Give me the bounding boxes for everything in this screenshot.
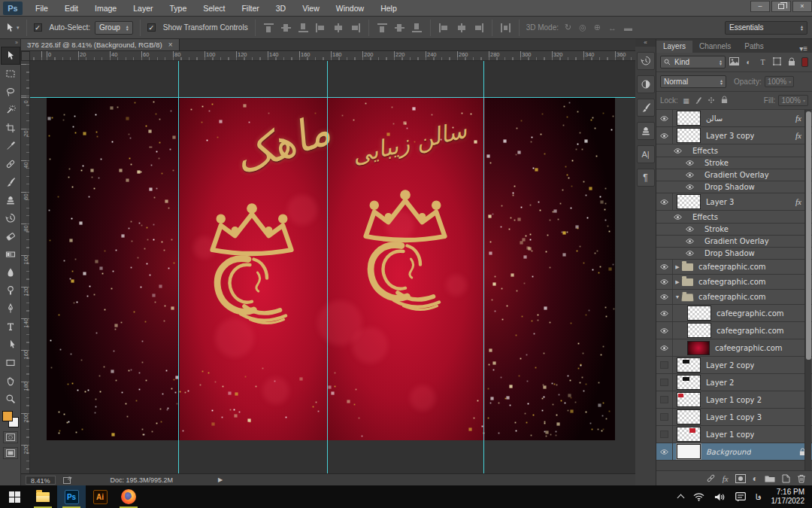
filter-pixel-layers-icon[interactable] [729, 57, 740, 67]
threed-orbit-icon[interactable]: ↻ [565, 23, 571, 32]
close-tab-icon[interactable]: × [168, 41, 173, 49]
layer-thumbnail[interactable] [687, 306, 711, 321]
magic-wand-tool[interactable] [1, 101, 20, 119]
adjustments-panel-icon[interactable] [637, 75, 655, 93]
character-panel-icon[interactable]: A| [637, 145, 655, 163]
scrollbar-thumb[interactable] [806, 111, 811, 360]
effect-visibility-toggle[interactable] [673, 214, 683, 221]
distribute-spacing-button[interactable] [499, 23, 512, 33]
distribute-top-edges-button[interactable] [376, 23, 389, 33]
distribute-bottom-edges-button[interactable] [411, 23, 423, 33]
menu-image[interactable]: Image [86, 0, 125, 17]
layer-thumbnail[interactable] [677, 111, 701, 126]
delete-layer-button[interactable] [797, 474, 806, 483]
wifi-icon[interactable] [693, 492, 704, 501]
visibility-toggle[interactable] [656, 290, 673, 304]
notifications-icon[interactable] [735, 492, 746, 502]
menu-3d[interactable]: 3D [268, 0, 294, 17]
effect-visibility-toggle[interactable] [685, 238, 695, 245]
layer-thumbnail[interactable] [687, 341, 710, 355]
menu-file[interactable]: File [27, 0, 56, 17]
taskbar-clock[interactable]: 7:16 PM 1/17/2022 [771, 488, 805, 506]
filter-smart-objects-icon[interactable] [786, 57, 797, 68]
language-indicator[interactable]: فا [756, 493, 762, 501]
align-horizontal-centers-button[interactable] [332, 23, 344, 33]
layers-scrollbar[interactable] [804, 110, 811, 470]
canvas-viewport[interactable]: ماهک سالن زیبایی [30, 61, 635, 473]
new-group-button[interactable] [765, 474, 775, 482]
threed-slide-icon[interactable]: ↔ [608, 23, 617, 32]
close-button[interactable]: × [792, 1, 812, 12]
add-layer-mask-button[interactable] [735, 474, 746, 483]
layer-row[interactable]: Layer 1 copy 2 [656, 391, 812, 409]
layer-thumbnail[interactable] [677, 375, 701, 390]
volume-icon[interactable] [714, 492, 726, 502]
align-right-edges-button[interactable] [349, 23, 362, 33]
lock-position-icon[interactable] [707, 96, 717, 105]
firefox-taskbar-button[interactable] [114, 485, 143, 508]
link-layers-button[interactable] [706, 473, 716, 483]
history-brush-tool[interactable] [1, 209, 20, 227]
status-options-arrow[interactable]: ▶ [218, 476, 223, 483]
menu-filter[interactable]: Filter [233, 0, 267, 17]
hand-tool[interactable] [1, 372, 20, 390]
clone-source-panel-icon[interactable] [637, 122, 655, 140]
expand-group-icon[interactable]: ▶ [673, 279, 682, 285]
filter-shape-layers-icon[interactable] [771, 57, 783, 67]
menu-layer[interactable]: Layer [125, 0, 161, 17]
layer-row[interactable]: Layer 2 copy [656, 357, 812, 374]
adjustment-layer-button[interactable]: ◐ [753, 473, 758, 484]
layer-effect-row[interactable]: Stroke [656, 157, 812, 169]
layer-row[interactable]: Layer 2 [656, 374, 812, 391]
layer-row[interactable]: cafeegraphic.com [656, 305, 812, 322]
threed-pan-icon[interactable]: ⊕ [594, 23, 601, 32]
menu-edit[interactable]: Edit [56, 0, 86, 17]
tab-channels[interactable]: Channels [692, 41, 738, 53]
menu-select[interactable]: Select [195, 0, 233, 17]
align-top-edges-button[interactable] [262, 23, 275, 33]
layer-effect-row[interactable]: Gradient Overlay [656, 169, 812, 181]
layer-effect-row[interactable]: Drop Shadow [656, 181, 812, 193]
blend-mode-dropdown[interactable]: Normal ▴▾ [660, 75, 726, 88]
layer-group-row[interactable]: ▶cafeegraphic.com [656, 275, 812, 290]
photoshop-taskbar-button[interactable]: Ps [57, 485, 86, 508]
layer-thumbnail[interactable] [687, 323, 711, 338]
collapse-tools-icon[interactable]: » [0, 39, 20, 47]
layer-effect-row[interactable]: Stroke [656, 224, 812, 236]
auto-select-checkbox[interactable]: ✓ [34, 23, 42, 32]
lock-transparency-icon[interactable]: ▦ [681, 97, 691, 105]
align-vertical-centers-button[interactable] [280, 23, 292, 33]
lock-all-icon[interactable] [720, 96, 729, 105]
screen-mode-button[interactable] [3, 447, 18, 459]
align-bottom-edges-button[interactable] [297, 23, 310, 33]
document-tab[interactable]: 376 226.tif @ 8.41% (Background, RGB/8) … [21, 39, 180, 50]
menu-help[interactable]: Help [372, 0, 405, 17]
opacity-value[interactable]: 100%▾ [765, 76, 795, 87]
layer-row[interactable]: Layer 1 copy [656, 426, 812, 443]
show-transform-checkbox[interactable]: ✓ [147, 23, 156, 32]
workspace-dropdown[interactable]: Essentials▴▾ [725, 21, 807, 35]
distribute-left-edges-button[interactable] [438, 23, 450, 33]
quick-mask-button[interactable] [3, 431, 18, 443]
foreground-color-swatch[interactable] [2, 411, 13, 421]
visibility-toggle[interactable] [656, 322, 673, 339]
auto-select-dropdown[interactable]: Group▴▾ [95, 21, 133, 35]
panel-menu-icon[interactable]: ▾≡ [795, 44, 812, 53]
threed-scale-icon[interactable]: ▬ [624, 23, 632, 32]
canvas-image[interactable]: ماهک سالن زیبایی [47, 97, 615, 440]
distribute-vertical-centers-button[interactable] [393, 23, 406, 33]
visibility-toggle[interactable] [656, 193, 673, 210]
brush-tool[interactable] [1, 173, 20, 191]
filter-type-layers-icon[interactable]: T [757, 58, 768, 66]
illustrator-taskbar-button[interactable]: Ai [86, 485, 114, 508]
layer-thumbnail[interactable] [677, 392, 701, 407]
gradient-tool[interactable] [1, 245, 20, 263]
effect-visibility-toggle[interactable] [673, 148, 683, 154]
layer-thumbnail[interactable] [677, 444, 701, 459]
type-tool[interactable] [1, 318, 20, 336]
blur-tool[interactable] [1, 263, 20, 281]
visibility-toggle[interactable] [656, 409, 673, 425]
visibility-toggle[interactable] [656, 127, 673, 144]
layer-group-row[interactable]: ▶cafeegraphic.com [656, 260, 812, 275]
layer-thumbnail[interactable] [677, 357, 701, 373]
